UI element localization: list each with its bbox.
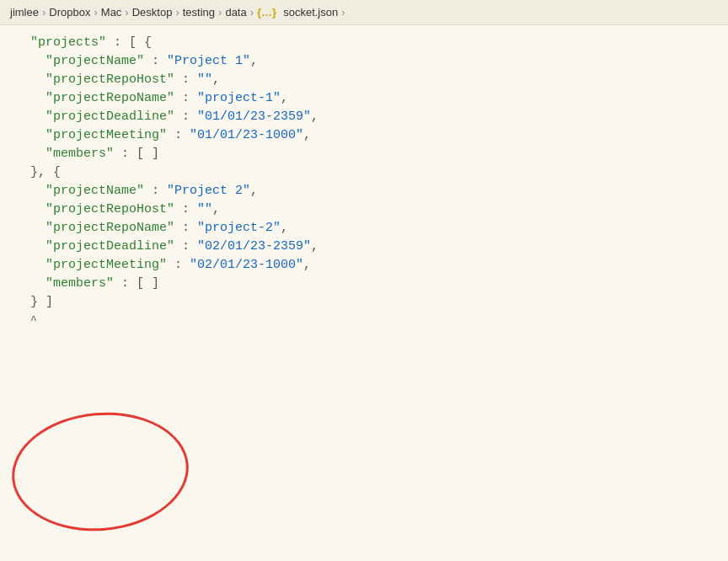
line-content-12: "projectDeadline" : "02/01/23-2359", [30,238,725,256]
sep-5: › [218,6,222,19]
breadcrumb-json-icon: {…} [257,6,276,19]
code-area: "projects" : [ { "projectName" : "Projec… [0,25,728,561]
breadcrumb-trailing-arrow: › [341,6,345,19]
line-content-14: "members" : [ ] [30,275,725,293]
caret-indicator: ^ [30,312,725,330]
line-content-9: "projectName" : "Project 2", [30,182,725,200]
sep-4: › [175,6,179,19]
line-content-7: "members" : [ ] [30,145,725,163]
breadcrumb-item-socket-json[interactable]: socket.json [283,6,338,19]
sep-2: › [94,6,97,19]
code-line-1: "projects" : [ { [0,34,728,52]
code-line-3: "projectRepoHost" : "", [0,71,728,89]
code-line-2: "projectName" : "Project 1", [0,52,728,71]
line-content-6: "projectMeeting" : "01/01/23-1000", [30,126,725,145]
line-num-6 [0,126,30,145]
line-num-8 [0,163,30,182]
line-content-3: "projectRepoHost" : "", [30,71,725,89]
line-content-11: "projectRepoName" : "project-2", [30,219,725,238]
line-num-10 [0,200,30,219]
breadcrumb-item-jimlee[interactable]: jimlee [10,6,39,19]
line-num-11 [0,219,30,238]
code-line-10: "projectRepoHost" : "", [0,200,728,219]
line-num-12 [0,238,30,256]
breadcrumb-item-mac[interactable]: Mac [101,6,122,19]
breadcrumb-item-dropbox[interactable]: Dropbox [49,6,90,19]
line-content-4: "projectRepoName" : "project-1", [30,89,725,108]
line-num-1 [0,34,30,52]
line-num-14 [0,275,30,293]
line-content-8: }, { [30,163,725,182]
breadcrumb-bar: jimlee › Dropbox › Mac › Desktop › testi… [0,0,728,25]
line-content-10: "projectRepoHost" : "", [30,200,725,219]
line-content-15: } ] [30,293,725,312]
line-num-7 [0,145,30,163]
line-num-2 [0,52,30,71]
line-num-5 [0,108,30,126]
red-circle-annotation [7,405,193,538]
code-line-16: ^ [0,312,728,330]
line-num-16 [0,312,30,330]
code-line-12: "projectDeadline" : "02/01/23-2359", [0,238,728,256]
code-line-4: "projectRepoName" : "project-1", [0,89,728,108]
breadcrumb-item-desktop[interactable]: Desktop [132,6,173,19]
line-content-2: "projectName" : "Project 1", [30,52,725,71]
code-line-15: } ] [0,293,728,312]
breadcrumb-item-testing[interactable]: testing [183,6,215,19]
line-num-15 [0,293,30,312]
code-line-8: }, { [0,163,728,182]
sep-6: › [250,6,254,19]
code-line-13: "projectMeeting" : "02/01/23-1000", [0,256,728,275]
code-line-6: "projectMeeting" : "01/01/23-1000", [0,126,728,145]
code-line-11: "projectRepoName" : "project-2", [0,219,728,238]
code-line-14: "members" : [ ] [0,275,728,293]
line-num-4 [0,89,30,108]
sep-3: › [125,6,128,19]
line-num-9 [0,182,30,200]
sep-1: › [42,6,46,19]
line-num-13 [0,256,30,275]
line-content-1: "projects" : [ { [30,34,725,52]
line-content-13: "projectMeeting" : "02/01/23-1000", [30,256,725,275]
line-content-5: "projectDeadline" : "01/01/23-2359", [30,108,725,126]
line-num-3 [0,71,30,89]
code-line-5: "projectDeadline" : "01/01/23-2359", [0,108,728,126]
code-line-9: "projectName" : "Project 2", [0,182,728,200]
code-line-7: "members" : [ ] [0,145,728,163]
breadcrumb-item-data[interactable]: data [225,6,246,19]
